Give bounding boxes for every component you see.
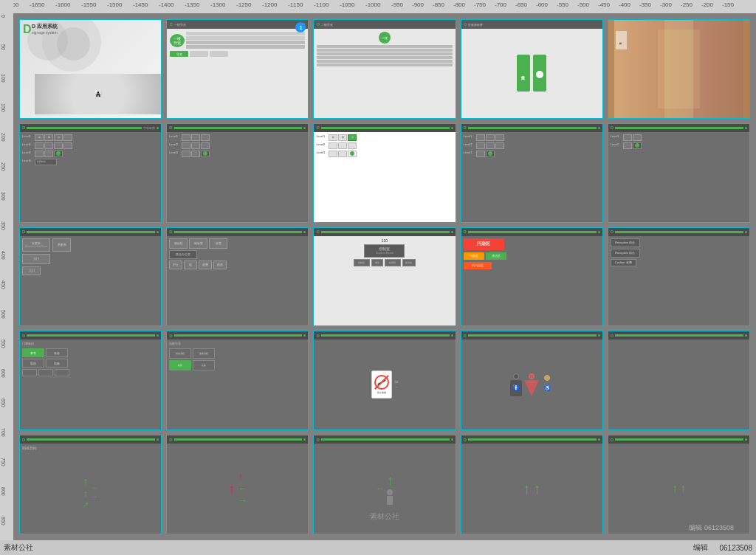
canvas-area: D D 应用系统 signage system 👩‍👧‍👧 D 一楼导览 1: [13, 13, 756, 540]
bottom-right-text: 06123508: [720, 544, 753, 552]
slide-14[interactable]: D 污染区 污染区 清洁区 半污染区: [461, 227, 603, 327]
slide-25[interactable]: D ↑ ↑: [608, 435, 750, 534]
slide-6[interactable]: D 字母标牌 Level1 标 牌 示 Level2: [19, 123, 162, 223]
slide-19[interactable]: D 🚹: [461, 331, 603, 430]
slide-8[interactable]: D Level1 标 牌 示 Level2: [313, 123, 456, 223]
ruler-top: -1700 -1650 -1600 -1550 -1500 -1450 -140…: [0, 0, 756, 13]
d-logo: D: [23, 23, 32, 36]
slide-11[interactable]: D 女更衣 Womens Locker Room 男更衣 大门 入口: [19, 227, 162, 327]
slide-9[interactable]: D Level1 Level2: [461, 123, 603, 223]
slide-10[interactable]: D Level1 Level2: [608, 123, 750, 223]
slide-20[interactable]: D: [608, 331, 750, 430]
slide-15[interactable]: D Reception 前台 Reception 前台: [608, 227, 750, 327]
slide-13[interactable]: D 110 控制室 Control Room 控制室 廊室 机房间 新风机: [313, 227, 456, 327]
bottom-bar: 素材公社 编辑 06123508: [0, 540, 756, 555]
slide-24[interactable]: D ↑ ↑: [461, 435, 603, 534]
slides-grid: D D 应用系统 signage system 👩‍👧‍👧 D 一楼导览 1: [13, 13, 756, 540]
bottom-left-text: 素材公社: [4, 542, 33, 553]
ruler-left: 0 50 100 150 200 250 300 350 400 450 500…: [0, 0, 13, 555]
slide-7[interactable]: D Level1 Level2: [166, 123, 309, 223]
slide-2[interactable]: D 一楼导览 1 一楼导览: [166, 19, 309, 119]
slide-17[interactable]: D 流程引导 就诊流程 服务流程 检查: [166, 331, 309, 430]
slide-5[interactable]: 标牌: [608, 19, 750, 119]
bottom-middle-text: 编辑: [693, 542, 708, 553]
slide-16[interactable]: D 门牌标识 拿号 候诊 取药 结账: [19, 331, 162, 430]
slide-12[interactable]: D 候诊区 候诊室 诊室 联合办公室 护士 站: [166, 227, 309, 327]
watermark-sub: 编辑 06123508: [689, 523, 734, 533]
watermark-main: 素材公社: [370, 511, 399, 522]
slide-1[interactable]: D D 应用系统 signage system 👩‍👧‍👧: [19, 19, 162, 119]
slide-3[interactable]: D 二楼导览 二楼: [313, 19, 456, 119]
slide-21[interactable]: D 四色导向 ↑ ↑ ↗ ← →: [19, 435, 162, 534]
app-subtitle: signage system: [32, 30, 58, 35]
slide-4[interactable]: D 亚健康标牌 亚健康 亚健康 ✓: [461, 19, 603, 119]
slide-18[interactable]: D 禁止吸烟 15 →: [313, 331, 456, 430]
slide-22[interactable]: D ↑ ↑ ← →: [166, 435, 309, 534]
app-title: D 应用系统: [32, 23, 58, 30]
